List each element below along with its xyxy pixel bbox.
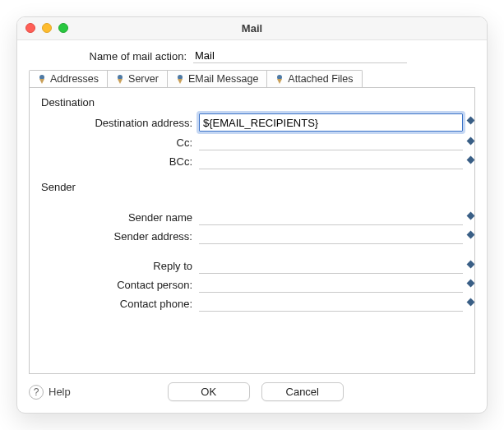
variable-picker-icon[interactable]	[466, 260, 474, 268]
field-cc	[199, 134, 463, 150]
tab-attached-files[interactable]: Attached Files	[267, 71, 361, 87]
label-sender-address: Sender address:	[41, 230, 199, 243]
row-reply-to: Reply to	[41, 257, 463, 274]
tab-server[interactable]: Server	[108, 71, 168, 87]
titlebar: Mail	[17, 17, 487, 40]
row-bcc: BCc:	[41, 153, 463, 169]
mail-window: Mail Name of mail action: Addresses Serv…	[16, 16, 488, 414]
field-reply-to	[199, 257, 463, 274]
seal-icon	[116, 74, 124, 84]
cc-input[interactable]	[199, 134, 463, 150]
contact-phone-input[interactable]	[199, 295, 463, 312]
maximize-icon[interactable]	[58, 23, 68, 33]
row-sender-name: Sender name	[41, 209, 463, 225]
label-reply-to: Reply to	[41, 260, 199, 272]
sender-name-input[interactable]	[199, 209, 463, 225]
variable-picker-icon[interactable]	[466, 136, 474, 145]
window-controls	[25, 23, 68, 33]
tab-panel-addresses: Destination Destination address: Cc: BCc…	[29, 87, 475, 374]
variable-picker-icon[interactable]	[466, 230, 474, 238]
ok-button[interactable]: OK	[168, 382, 250, 401]
row-sender-address: Sender address:	[41, 228, 463, 244]
footer: ? Help OK Cancel	[17, 374, 487, 413]
help-button[interactable]: ? Help	[29, 385, 71, 400]
row-destination-address: Destination address:	[41, 113, 463, 132]
seal-icon	[275, 74, 284, 84]
row-cc: Cc:	[41, 134, 463, 150]
variable-picker-icon[interactable]	[466, 211, 474, 220]
variable-picker-icon[interactable]	[466, 116, 474, 124]
content-area: Name of mail action: Addresses Server	[17, 40, 487, 374]
label-contact-phone: Contact phone:	[41, 298, 199, 310]
field-sender-address	[199, 228, 463, 244]
tabbar: Addresses Server EMail Message Attached …	[29, 70, 363, 87]
label-cc: Cc:	[41, 136, 199, 149]
minimize-icon[interactable]	[42, 23, 52, 33]
action-name-row: Name of mail action:	[29, 49, 475, 63]
reply-to-input[interactable]	[199, 257, 463, 274]
seal-icon	[176, 74, 184, 84]
label-contact-person: Contact person:	[41, 279, 199, 291]
window-title: Mail	[17, 22, 487, 35]
tab-label: Server	[128, 73, 159, 85]
field-bcc	[199, 153, 463, 169]
field-destination-address	[199, 113, 463, 132]
cancel-button[interactable]: Cancel	[261, 382, 344, 401]
row-contact-phone: Contact phone:	[41, 295, 463, 312]
tab-label: EMail Message	[188, 73, 258, 85]
field-contact-phone	[199, 295, 463, 312]
label-bcc: BCc:	[41, 155, 199, 168]
close-icon[interactable]	[25, 23, 35, 33]
tab-label: Addresses	[50, 73, 99, 85]
section-sender-title: Sender	[41, 181, 463, 193]
label-sender-name: Sender name	[41, 211, 199, 224]
section-destination-title: Destination	[41, 96, 463, 109]
tab-email-message[interactable]: EMail Message	[168, 71, 267, 87]
variable-picker-icon[interactable]	[466, 298, 474, 306]
tab-addresses[interactable]: Addresses	[30, 71, 108, 87]
label-destination-address: Destination address:	[41, 117, 199, 129]
action-name-label: Name of mail action:	[29, 50, 193, 62]
action-name-input[interactable]	[193, 49, 407, 63]
field-contact-person	[199, 276, 463, 293]
sender-address-input[interactable]	[199, 228, 463, 244]
field-sender-name	[199, 209, 463, 225]
variable-picker-icon[interactable]	[466, 155, 474, 164]
tab-label: Attached Files	[288, 73, 353, 85]
help-icon: ?	[29, 385, 44, 400]
help-label: Help	[49, 386, 71, 398]
seal-icon	[38, 74, 46, 84]
contact-person-input[interactable]	[199, 276, 463, 293]
bcc-input[interactable]	[199, 153, 463, 169]
destination-address-input[interactable]	[199, 113, 463, 132]
row-contact-person: Contact person:	[41, 276, 463, 293]
variable-picker-icon[interactable]	[466, 279, 474, 287]
